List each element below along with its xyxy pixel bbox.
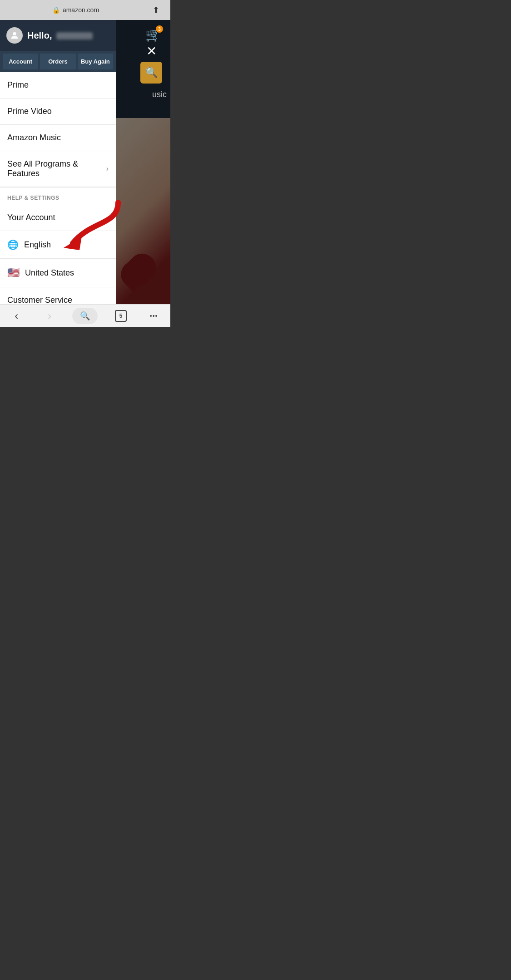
amazon-music-label: Amazon Music (7, 133, 61, 143)
url-bar[interactable]: 🔒 amazon.com (7, 6, 144, 14)
menu-item-amazon-music[interactable]: Amazon Music (0, 125, 116, 151)
search-icon-overlay[interactable]: 🔍 (140, 62, 162, 84)
tab-account[interactable]: Account (3, 54, 38, 69)
close-menu-button[interactable]: ✕ (146, 44, 157, 59)
tab-orders[interactable]: Orders (40, 54, 75, 69)
more-button[interactable]: ••• (144, 306, 164, 326)
user-avatar (6, 27, 23, 44)
browser-bar: 🔒 amazon.com ⬆ (0, 0, 170, 20)
your-account-label: Your Account (7, 213, 55, 222)
menu-tabs: Account Orders Buy Again (0, 51, 116, 72)
search-bottom-icon: 🔍 (80, 311, 90, 321)
united-states-label: United States (25, 268, 74, 278)
prime-label: Prime (7, 80, 29, 90)
globe-icon: 🌐 (7, 239, 19, 250)
lock-icon: 🔒 (52, 6, 60, 14)
menu-item-prime[interactable]: Prime (0, 72, 116, 98)
menu-item-customer-service[interactable]: Customer Service (0, 287, 116, 304)
chevron-right-icon: › (106, 165, 109, 173)
cart-button[interactable]: 🛒 3 (145, 27, 161, 42)
svg-point-0 (13, 32, 16, 35)
tabs-count-badge: 5 (115, 310, 127, 322)
share-button[interactable]: ⬆ (149, 3, 163, 17)
tab-buy-again[interactable]: Buy Again (78, 54, 113, 69)
all-programs-label: See All Programs & Features (7, 159, 106, 178)
tabs-button[interactable]: 5 (111, 306, 131, 326)
hello-label: Hello, (27, 30, 93, 41)
menu-panel: Hello, Account Orders Buy Again Prime Pr… (0, 20, 116, 304)
search-bar-button[interactable]: 🔍 (72, 308, 98, 324)
english-label: English (24, 240, 51, 250)
customer-service-label: Customer Service (7, 295, 72, 304)
menu-item-prime-video[interactable]: Prime Video (0, 98, 116, 125)
menu-header: Hello, (0, 20, 116, 51)
back-button[interactable]: ‹ (6, 306, 26, 326)
menu-item-english[interactable]: 🌐 English (0, 231, 116, 259)
url-text: amazon.com (63, 6, 99, 14)
prime-video-label: Prime Video (7, 107, 52, 116)
bg-music-text: usic (152, 90, 167, 99)
us-flag-icon: 🇺🇸 (7, 267, 20, 279)
cart-badge: 3 (156, 25, 163, 33)
search-icon: 🔍 (145, 67, 158, 79)
menu-item-your-account[interactable]: Your Account (0, 205, 116, 231)
help-settings-header: HELP & SETTINGS (0, 187, 116, 205)
menu-item-united-states[interactable]: 🇺🇸 United States (0, 259, 116, 287)
bottom-bar: ‹ › 🔍 5 ••• (0, 304, 170, 327)
menu-item-all-programs[interactable]: See All Programs & Features › (0, 151, 116, 187)
forward-button[interactable]: › (40, 306, 60, 326)
